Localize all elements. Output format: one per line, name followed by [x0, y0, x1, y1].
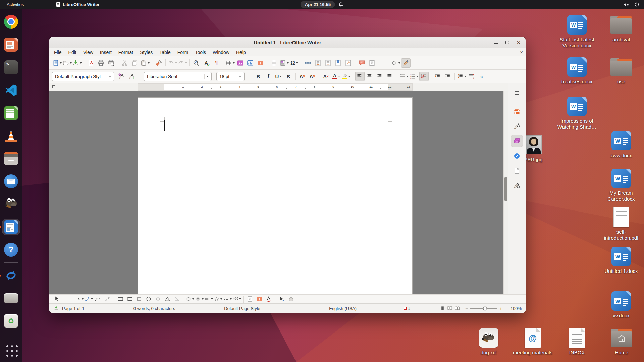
insert-line-button[interactable] — [381, 58, 390, 68]
dock-files[interactable] — [2, 150, 20, 167]
print-button[interactable] — [96, 58, 106, 68]
language-status[interactable]: English (USA) — [314, 306, 371, 311]
italic-button[interactable]: I — [264, 72, 273, 81]
paragraph-style-select[interactable]: Default Paragraph Styl — [52, 72, 114, 81]
basic-shapes-button[interactable] — [185, 295, 194, 303]
gallery-deck-icon[interactable] — [511, 135, 523, 147]
find-replace-button[interactable] — [192, 58, 201, 68]
curve-button[interactable] — [94, 295, 102, 303]
triangle-button[interactable] — [163, 295, 172, 303]
formatting-marks-button[interactable]: ¶ — [212, 58, 221, 68]
draw-functions-button[interactable] — [401, 58, 411, 68]
scrollbar-thumb[interactable] — [504, 177, 507, 201]
square-button[interactable] — [135, 295, 144, 303]
zoom-out-button[interactable]: − — [465, 305, 468, 311]
desktop-icon-staff-list-latest-version-docx[interactable]: WStaff List Latest Version.docx — [555, 14, 599, 48]
insert-footnote-button[interactable] — [313, 58, 323, 68]
tab-stop-selector-icon[interactable] — [52, 85, 55, 88]
menu-styles[interactable]: Styles — [137, 48, 156, 56]
vertical-scrollbar[interactable] — [503, 90, 508, 294]
dropdown-arrow-icon[interactable] — [80, 62, 82, 64]
font-color-button[interactable]: A — [331, 72, 341, 81]
curve-polygon-button[interactable] — [84, 295, 93, 303]
dropdown-arrow-icon[interactable] — [175, 62, 177, 64]
align-right-button[interactable] — [375, 72, 385, 81]
font-size-select[interactable]: 18 pt — [216, 72, 245, 81]
insert-field-button[interactable] — [279, 58, 289, 68]
menu-edit[interactable]: Edit — [65, 48, 80, 56]
edit-points-button[interactable] — [277, 295, 286, 303]
dropdown-arrow-icon[interactable] — [82, 298, 84, 300]
insert-image-button[interactable] — [235, 58, 245, 68]
dropdown-arrow-icon[interactable] — [338, 76, 340, 77]
fontwork-button[interactable] — [264, 295, 273, 303]
selection-mode-status[interactable]: I — [404, 306, 410, 311]
page-count-status[interactable]: Page 1 of 1 — [62, 306, 85, 311]
dock-thunderbird[interactable] — [2, 173, 20, 189]
desktop-icon-zww-docx[interactable]: Wzww.docx — [599, 130, 643, 159]
dock-gimp[interactable] — [2, 196, 20, 212]
desktop-icon-archival[interactable]: archival — [599, 14, 643, 43]
menu-help[interactable]: Help — [233, 48, 249, 56]
highlight-color-button[interactable] — [341, 72, 351, 81]
view-book-icon[interactable] — [454, 306, 460, 311]
align-center-button[interactable] — [365, 72, 375, 81]
desktop-icon-treatises-docx[interactable]: Wtreatises.docx — [555, 56, 599, 85]
cut-button[interactable] — [120, 58, 129, 68]
spelling-button[interactable]: A✓ — [202, 58, 211, 68]
menu-format[interactable]: Format — [115, 48, 137, 56]
show-applications-button[interactable] — [2, 342, 20, 358]
desktop-icon-my-dream-career-docx[interactable]: WMy Dream Career.docx — [599, 168, 643, 202]
stars-banners-button[interactable] — [214, 295, 222, 303]
menu-file[interactable]: File — [51, 48, 65, 56]
lines-arrows-button[interactable] — [75, 295, 84, 303]
undo-button[interactable] — [168, 58, 177, 68]
dropdown-arrow-icon[interactable] — [348, 76, 350, 77]
align-left-button[interactable] — [355, 72, 365, 81]
desktop-icon-dog-xcf[interactable]: dog.xcf — [467, 327, 511, 356]
dropdown-arrow-icon[interactable] — [464, 76, 466, 77]
dropdown-arrow-icon[interactable] — [239, 298, 241, 300]
view-layout-buttons[interactable] — [440, 306, 460, 311]
focused-app-indicator[interactable]: LibreOffice Writer — [56, 2, 100, 7]
insert-textbox2-button[interactable] — [255, 295, 264, 303]
dropdown-arrow-icon[interactable] — [60, 62, 62, 64]
maximize-button[interactable] — [503, 38, 512, 47]
symbol-shapes-button[interactable] — [195, 295, 204, 303]
page-break-button[interactable] — [269, 58, 279, 68]
align-justify-button[interactable] — [385, 72, 395, 81]
ellipse-button[interactable] — [154, 295, 162, 303]
dropdown-arrow-icon[interactable] — [148, 62, 150, 64]
close-document-icon[interactable]: × — [520, 49, 523, 55]
zoom-in-button[interactable]: + — [499, 305, 502, 311]
dock-vlc[interactable] — [2, 128, 20, 144]
select-button[interactable] — [52, 295, 61, 303]
dropdown-arrow-icon[interactable] — [91, 298, 93, 300]
menu-tools[interactable]: Tools — [192, 48, 209, 56]
insert-textbox-button[interactable] — [256, 58, 265, 68]
flowchart-button[interactable] — [232, 295, 241, 303]
redo-button[interactable] — [178, 58, 187, 68]
circle-button[interactable] — [144, 295, 153, 303]
dropdown-arrow-icon[interactable] — [230, 298, 232, 300]
dock-vscode[interactable] — [2, 82, 20, 98]
dock-libreoffice-writer[interactable] — [2, 219, 20, 235]
word-count-status[interactable]: 0 words, 0 characters — [126, 306, 183, 311]
document-page[interactable] — [138, 97, 413, 294]
track-changes-button[interactable] — [367, 58, 377, 68]
ordered-list-button[interactable]: 123 — [409, 72, 419, 81]
dropdown-arrow-icon[interactable] — [192, 298, 194, 300]
desktop-icon-vv-docx[interactable]: Wvv.docx — [599, 290, 643, 319]
zoom-slider[interactable] — [470, 308, 497, 309]
font-name-select[interactable]: Liberation Serif — [144, 72, 212, 81]
dropdown-arrow-icon[interactable] — [70, 62, 72, 64]
desktop-icon-self-introduction-pdf[interactable]: self-introduction.pdf — [599, 206, 643, 241]
sidebar-menu-icon[interactable] — [511, 87, 523, 99]
dock-libreoffice-impress[interactable] — [2, 37, 20, 53]
view-single-icon[interactable] — [440, 306, 445, 311]
clock-menu[interactable]: Apr 21 16:55 — [301, 1, 343, 8]
zoom-slider-thumb[interactable] — [483, 306, 487, 310]
dock-terminal[interactable]: >_ — [2, 59, 20, 75]
insert-table-button[interactable] — [225, 58, 235, 68]
freeform-line-button[interactable] — [103, 295, 112, 303]
